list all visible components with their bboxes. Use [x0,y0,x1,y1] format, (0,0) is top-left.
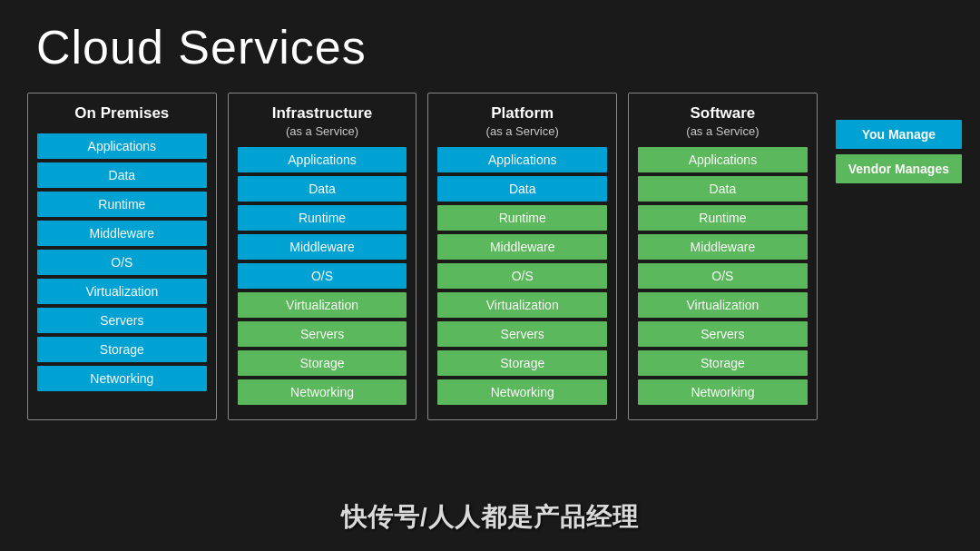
item-iaas-1: Data [238,176,407,202]
item-paas-1: Data [437,176,607,202]
column-subtitle-saas: (as a Service) [686,124,759,138]
item-iaas-7: Storage [238,350,407,376]
item-saas-2: Runtime [638,205,808,231]
item-iaas-0: Applications [238,147,407,172]
item-on-premises-8: Networking [37,366,207,391]
item-paas-0: Applications [437,147,607,172]
column-paas: Platform(as a Service)ApplicationsDataRu… [427,93,617,420]
item-paas-7: Storage [437,350,607,376]
item-iaas-4: O/S [238,263,407,289]
item-iaas-8: Networking [238,379,407,405]
item-saas-6: Servers [638,321,808,347]
item-saas-4: O/S [638,263,808,289]
item-saas-0: Applications [638,147,808,172]
item-paas-3: Middleware [437,234,607,260]
column-saas: Software(as a Service)ApplicationsDataRu… [628,93,818,420]
item-on-premises-6: Servers [37,308,207,333]
column-subtitle-paas: (as a Service) [486,124,559,138]
item-on-premises-7: Storage [37,337,207,362]
item-iaas-5: Virtualization [238,292,407,318]
column-title-iaas: Infrastructure [272,104,373,123]
item-on-premises-2: Runtime [37,192,207,217]
item-saas-8: Networking [638,379,808,405]
column-iaas: Infrastructure(as a Service)Applications… [228,93,417,420]
item-saas-1: Data [638,176,808,202]
item-iaas-6: Servers [238,321,407,347]
main-content: On PremisesApplicationsDataRuntimeMiddle… [0,84,980,429]
item-paas-2: Runtime [437,205,607,231]
item-on-premises-4: O/S [37,250,207,275]
item-saas-5: Virtualization [638,292,808,318]
item-iaas-3: Middleware [238,234,407,260]
legend-you-manage: You Manage [836,120,962,149]
item-saas-7: Storage [638,350,808,376]
item-on-premises-0: Applications [37,133,207,159]
column-subtitle-iaas: (as a Service) [286,124,358,138]
column-title-on-premises: On Premises [74,104,169,123]
column-on-premises: On PremisesApplicationsDataRuntimeMiddle… [27,93,217,420]
column-title-saas: Software [691,104,756,123]
item-on-premises-5: Virtualization [37,279,207,304]
legend-box: You Manage Vendor Manages [836,120,962,183]
item-on-premises-3: Middleware [37,221,207,246]
item-paas-8: Networking [437,379,607,405]
item-paas-6: Servers [437,321,607,347]
item-saas-3: Middleware [638,234,808,260]
page-title: Cloud Services [0,0,980,84]
legend-vendor-manages: Vendor Manages [836,154,962,183]
column-title-paas: Platform [491,104,554,123]
item-on-premises-1: Data [37,162,207,188]
item-paas-4: O/S [437,263,607,289]
item-paas-5: Virtualization [437,292,607,318]
item-iaas-2: Runtime [238,205,407,231]
watermark: 快传号/人人都是产品经理 [341,500,639,535]
